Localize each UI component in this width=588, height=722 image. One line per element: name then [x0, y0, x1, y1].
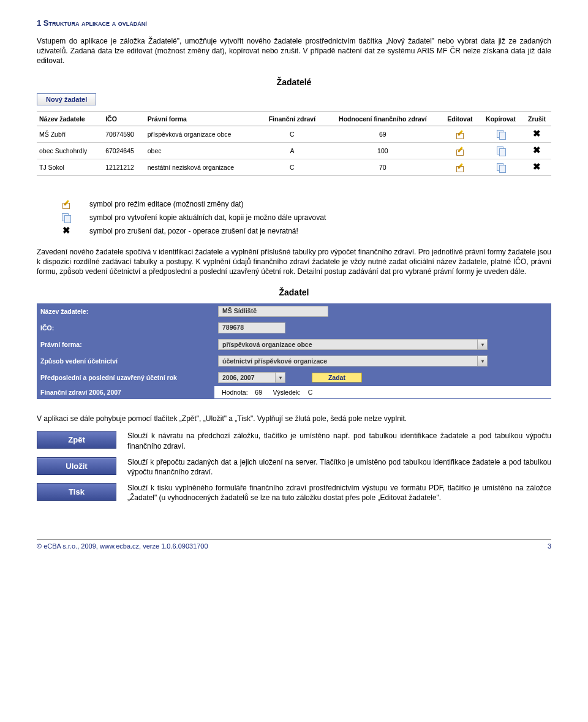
zadat-button[interactable]: Zadat — [312, 373, 362, 382]
edit-icon[interactable] — [455, 162, 465, 172]
delete-icon[interactable]: ✖ — [532, 129, 542, 139]
action-save: Uložit Slouží k přepočtu zadaných dat a … — [37, 457, 551, 477]
col-delete: Zrušit — [522, 112, 551, 126]
legend-edit: symbol pro režim editace (možnosti změny… — [61, 199, 551, 209]
footer-page-number: 3 — [548, 542, 551, 550]
page-footer: © eCBA s.r.o., 2009, www.ecba.cz, verze … — [37, 539, 551, 550]
cell-fin: A — [260, 142, 325, 159]
form-name-label: Název žadatele: — [37, 303, 214, 320]
col-rating: Hodnocení finančního zdraví — [325, 112, 441, 126]
form-years-value: 2006, 2007 — [222, 374, 275, 381]
copy-icon[interactable] — [496, 146, 506, 156]
cell-rating: 70 — [325, 159, 441, 175]
table-row: MŠ Zubří 70874590 příspěvková organizace… — [37, 126, 551, 142]
cell-form: příspěvková organizace obce — [145, 126, 260, 142]
cell-name: MŠ Zubří — [37, 126, 103, 142]
chevron-down-icon: ▾ — [477, 356, 487, 366]
applicants-title: Žadatelé — [37, 77, 551, 87]
paragraph-3: V aplikaci se dále pohybuje pomocí tlačí… — [37, 414, 551, 424]
table-row: TJ Sokol 12121212 nestátní nezisková org… — [37, 159, 551, 175]
save-button[interactable]: Uložit — [37, 457, 116, 475]
action-print-text: Slouží k tisku vyplněného formuláře fina… — [127, 483, 551, 503]
result-vysledek-label: Výsledek: — [273, 389, 301, 396]
applicants-table: Název žadatele IČO Právní forma Finanční… — [37, 112, 551, 176]
chevron-down-icon: ▾ — [477, 340, 487, 349]
cell-name: obec Suchohrdly — [37, 142, 103, 159]
delete-icon[interactable]: ✖ — [532, 162, 542, 172]
col-name: Název žadatele — [37, 112, 103, 126]
form-pf-value: příspěvková organizace obce — [222, 341, 477, 348]
copy-icon[interactable] — [496, 162, 506, 172]
form-acc-value: účetnictví příspěvkové organizace — [222, 357, 477, 365]
back-button[interactable]: Zpět — [37, 431, 116, 449]
cell-form: obec — [145, 142, 260, 159]
col-ico: IČO — [103, 112, 145, 126]
action-save-text: Slouží k přepočtu zadaných dat a jejich … — [127, 457, 551, 477]
legend-text: symbol pro zrušení dat, pozor - operace … — [89, 227, 551, 235]
cell-fin: C — [260, 126, 325, 142]
form-years-label: Předposlední a poslední uzavřený účetní … — [37, 370, 214, 386]
print-button[interactable]: Tisk — [37, 483, 116, 501]
col-fin: Finanční zdraví — [260, 112, 325, 126]
action-print: Tisk Slouží k tisku vyplněného formuláře… — [37, 483, 551, 503]
action-back-text: Slouží k návratu na předchozí záložku, t… — [127, 431, 551, 450]
cell-form: nestátní nezisková organizace — [145, 159, 260, 175]
delete-icon: ✖ — [61, 226, 71, 236]
cell-ico: 70874590 — [103, 126, 145, 142]
form-name-value: MŠ Sídliště — [218, 306, 328, 317]
applicants-panel: Žadatelé Nový žadatel Název žadatele IČO… — [37, 77, 551, 176]
new-applicant-button[interactable]: Nový žadatel — [37, 93, 96, 105]
paragraph-2: Zavedení nového žadatele spočívá v ident… — [37, 247, 551, 277]
action-back: Zpět Slouží k návratu na předchozí zálož… — [37, 431, 551, 450]
copy-icon — [61, 213, 71, 222]
cell-ico: 67024645 — [103, 142, 145, 159]
table-row: obec Suchohrdly 67024645 obec A 100 ✖ — [37, 142, 551, 159]
section-heading: 1 Struktura aplikace a ovládání — [37, 18, 551, 28]
footer-left: © eCBA s.r.o., 2009, www.ecba.cz, verze … — [37, 542, 208, 550]
cell-rating: 69 — [325, 126, 441, 142]
col-edit: Editovat — [441, 112, 479, 126]
copy-icon[interactable] — [496, 129, 506, 139]
result-vysledek-value: C — [308, 389, 313, 396]
cell-fin: C — [260, 159, 325, 175]
form-acc-label: Způsob vedení účetnictví — [37, 353, 214, 370]
form-ico-label: IČO: — [37, 320, 214, 336]
cell-ico: 12121212 — [103, 159, 145, 175]
edit-icon[interactable] — [455, 129, 465, 139]
delete-icon[interactable]: ✖ — [532, 146, 542, 156]
edit-icon — [61, 199, 71, 209]
intro-paragraph: Vstupem do aplikace je záložka Žadatelé"… — [37, 36, 551, 66]
edit-icon[interactable] — [455, 146, 465, 156]
form-result-label: Finanční zdraví 2006, 2007 — [37, 386, 214, 399]
applicant-form-title: Žadatel — [37, 287, 551, 297]
col-form: Právní forma — [145, 112, 260, 126]
form-ico-value: 789678 — [218, 322, 285, 333]
chevron-down-icon: ▾ — [275, 373, 285, 382]
col-copy: Kopírovat — [479, 112, 523, 126]
legend-delete: ✖ symbol pro zrušení dat, pozor - operac… — [61, 226, 551, 236]
applicant-form: Žadatel Název žadatele: MŠ Sídliště IČO:… — [37, 287, 551, 399]
legend-text: symbol pro vytvoření kopie aktuálních da… — [89, 213, 551, 222]
cell-rating: 100 — [325, 142, 441, 159]
result-hodnota-value: 69 — [255, 389, 262, 396]
form-acc-select[interactable]: účetnictví příspěvkové organizace ▾ — [218, 355, 488, 367]
form-years-select[interactable]: 2006, 2007 ▾ — [218, 372, 285, 383]
cell-name: TJ Sokol — [37, 159, 103, 175]
form-pf-label: Právní forma: — [37, 336, 214, 353]
result-hodnota-label: Hodnota: — [222, 389, 248, 396]
legend-text: symbol pro režim editace (možnosti změny… — [89, 200, 551, 208]
form-pf-select[interactable]: příspěvková organizace obce ▾ — [218, 339, 488, 350]
legend-copy: symbol pro vytvoření kopie aktuálních da… — [61, 213, 551, 222]
